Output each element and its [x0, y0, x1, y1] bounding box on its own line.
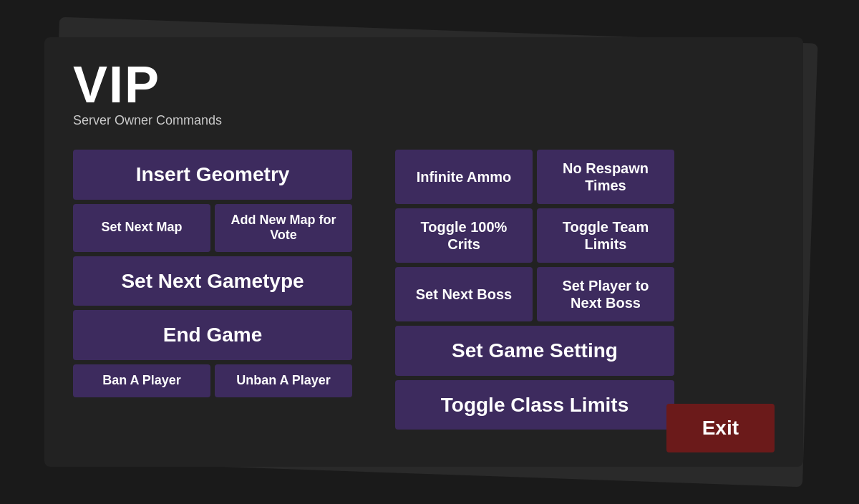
- boss-row: Set Next Boss Set Player to Next Boss: [395, 267, 674, 321]
- insert-geometry-button[interactable]: Insert Geometry: [73, 150, 352, 200]
- set-next-boss-button[interactable]: Set Next Boss: [395, 267, 533, 321]
- infinite-ammo-button[interactable]: Infinite Ammo: [395, 150, 533, 204]
- ban-player-button[interactable]: Ban A Player: [73, 364, 210, 397]
- header: VIP Server Owner Commands: [73, 59, 775, 128]
- toggle-team-limits-button[interactable]: Toggle Team Limits: [537, 208, 674, 263]
- toggle-100-crits-button[interactable]: Toggle 100% Crits: [395, 208, 533, 263]
- ban-row: Ban A Player Unban A Player: [73, 364, 352, 397]
- main-panel: VIP Server Owner Commands Insert Geometr…: [44, 37, 803, 467]
- commands-area: Insert Geometry Set Next Map Add New Map…: [73, 150, 775, 430]
- no-respawn-times-button[interactable]: No Respawn Times: [537, 150, 674, 204]
- set-next-gametype-button[interactable]: Set Next Gametype: [73, 256, 352, 306]
- set-game-setting-button[interactable]: Set Game Setting: [395, 326, 674, 376]
- add-new-map-button[interactable]: Add New Map for Vote: [215, 204, 352, 252]
- unban-player-button[interactable]: Unban A Player: [215, 364, 352, 397]
- set-next-map-button[interactable]: Set Next Map: [73, 204, 210, 252]
- map-row: Set Next Map Add New Map for Vote: [73, 204, 352, 252]
- right-column: Infinite Ammo No Respawn Times Toggle 10…: [395, 150, 674, 430]
- exit-button[interactable]: Exit: [666, 404, 775, 452]
- set-player-to-next-boss-button[interactable]: Set Player to Next Boss: [537, 267, 674, 321]
- page-subtitle: Server Owner Commands: [73, 113, 775, 128]
- toggle-class-limits-button[interactable]: Toggle Class Limits: [395, 380, 674, 430]
- ammo-row: Infinite Ammo No Respawn Times: [395, 150, 674, 204]
- left-column: Insert Geometry Set Next Map Add New Map…: [73, 150, 352, 430]
- page-title: VIP: [73, 59, 775, 110]
- end-game-button[interactable]: End Game: [73, 310, 352, 360]
- crits-row: Toggle 100% Crits Toggle Team Limits: [395, 208, 674, 263]
